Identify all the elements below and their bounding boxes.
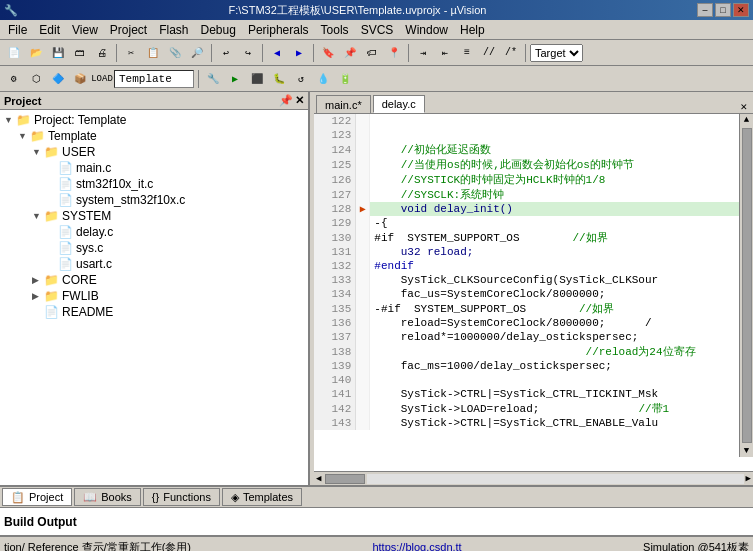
tree-item[interactable]: 📄stm32f10x_it.c — [0, 176, 308, 192]
menu-item-file[interactable]: File — [2, 21, 33, 39]
tree-item[interactable]: 📄sys.c — [0, 240, 308, 256]
tb2-debug[interactable]: 🐛 — [269, 69, 289, 89]
vertical-scrollbar[interactable]: ▲ ▼ — [739, 114, 753, 457]
horizontal-scrollbar[interactable]: ◀ ▶ — [314, 471, 753, 485]
tree-item[interactable]: 📄delay.c — [0, 224, 308, 240]
fwd-btn[interactable]: ▶ — [289, 43, 309, 63]
editor-tab-delay-c[interactable]: delay.c — [373, 95, 425, 113]
scroll-up-btn[interactable]: ▲ — [743, 114, 750, 126]
tb2-s6[interactable]: 🔋 — [335, 69, 355, 89]
tree-item[interactable]: 📄system_stm32f10x.c — [0, 192, 308, 208]
line-code[interactable]: //SYSCLK:系统时钟 — [370, 187, 753, 202]
line-code[interactable]: void delay_init() — [370, 202, 753, 216]
panel-pin-icon[interactable]: 📌 — [279, 94, 293, 107]
line-code[interactable]: reload=SystemCoreClock/8000000; / — [370, 316, 753, 330]
scroll-down-btn[interactable]: ▼ — [743, 445, 750, 457]
open-btn[interactable]: 📂 — [26, 43, 46, 63]
scroll-thumb[interactable] — [742, 128, 752, 443]
line-code[interactable]: //初始化延迟函数 — [370, 142, 753, 157]
tree-item[interactable]: ▼📁Project: Template — [0, 112, 308, 128]
tree-expand-btn[interactable]: ▶ — [32, 291, 44, 301]
menu-item-flash[interactable]: Flash — [153, 21, 194, 39]
tb8[interactable]: 🔎 — [187, 43, 207, 63]
menu-item-view[interactable]: View — [66, 21, 104, 39]
code-area[interactable]: 122123124 //初始化延迟函数125 //当使用os的时候,此画数会初始… — [314, 114, 753, 471]
tree-item[interactable]: ▶📁FWLIB — [0, 288, 308, 304]
unindent-btn[interactable]: ⇤ — [435, 43, 455, 63]
line-code[interactable]: u32 reload; — [370, 245, 753, 259]
editor-tab-main-c-[interactable]: main.c* — [316, 95, 371, 113]
hscroll-thumb[interactable] — [325, 474, 365, 484]
tb2-stop[interactable]: ⬛ — [247, 69, 267, 89]
hscroll-right-btn[interactable]: ▶ — [744, 473, 753, 484]
bookmark-btn[interactable]: 🔖 — [318, 43, 338, 63]
menu-item-window[interactable]: Window — [399, 21, 454, 39]
line-code[interactable]: //当使用os的时候,此画数会初始化os的时钟节 — [370, 157, 753, 172]
tree-expand-btn[interactable]: ▼ — [32, 211, 44, 221]
save-all-btn[interactable]: 🗃 — [70, 43, 90, 63]
undo-btn[interactable]: ↩ — [216, 43, 236, 63]
line-code[interactable]: #endif — [370, 259, 753, 273]
tree-item[interactable]: 📄main.c — [0, 160, 308, 176]
new-btn[interactable]: 📄 — [4, 43, 24, 63]
line-code[interactable] — [370, 373, 753, 387]
line-code[interactable]: SysTick->LOAD=reload; //带1 — [370, 401, 753, 416]
redo-btn[interactable]: ↪ — [238, 43, 258, 63]
line-code[interactable] — [370, 114, 753, 128]
tree-item[interactable]: ▼📁SYSTEM — [0, 208, 308, 224]
panel-close-icon[interactable]: ✕ — [295, 94, 304, 107]
code-scroll[interactable]: 122123124 //初始化延迟函数125 //当使用os的时候,此画数会初始… — [314, 114, 753, 471]
line-code[interactable]: -#if SYSTEM_SUPPORT_OS //如界 — [370, 301, 753, 316]
tb2-1[interactable]: ⚙ — [4, 69, 24, 89]
target-select[interactable]: Target — [530, 44, 583, 62]
menu-item-peripherals[interactable]: Peripherals — [242, 21, 315, 39]
line-code[interactable]: //SYSTICK的时钟固定为HCLK时钟的1/8 — [370, 172, 753, 187]
tb-cmt[interactable]: // — [479, 43, 499, 63]
bottom-tab-project[interactable]: 📋Project — [2, 488, 72, 506]
cut-btn[interactable]: ✂ — [121, 43, 141, 63]
menu-item-edit[interactable]: Edit — [33, 21, 66, 39]
line-code[interactable]: #if SYSTEM_SUPPORT_OS //如界 — [370, 230, 753, 245]
back-btn[interactable]: ◀ — [267, 43, 287, 63]
bottom-tab-books[interactable]: 📖Books — [74, 488, 141, 506]
copy-btn[interactable]: 📋 — [143, 43, 163, 63]
tree-expand-btn[interactable]: ▼ — [32, 147, 44, 157]
line-code[interactable]: SysTick->CTRL|=SysTick_CTRL_TICKINT_Msk — [370, 387, 753, 401]
line-code[interactable]: fac_us=SystemCoreClock/8000000; — [370, 287, 753, 301]
editor-close-button[interactable]: ✕ — [736, 100, 751, 113]
tb2-3[interactable]: 🔷 — [48, 69, 68, 89]
tb-fmt[interactable]: ≡ — [457, 43, 477, 63]
line-code[interactable]: //reload为24位寄存 — [370, 344, 753, 359]
tree-item[interactable]: ▼📁Template — [0, 128, 308, 144]
tree-expand-btn[interactable]: ▶ — [32, 275, 44, 285]
bottom-tab-templates[interactable]: ◈Templates — [222, 488, 302, 506]
line-code[interactable]: SysTick->CTRL|=SysTick_CTRL_ENABLE_Valu — [370, 416, 753, 430]
save-btn[interactable]: 💾 — [48, 43, 68, 63]
tree-item[interactable]: 📄usart.c — [0, 256, 308, 272]
tb2-load[interactable]: LOAD — [92, 69, 112, 89]
bookmark2-btn[interactable]: 📌 — [340, 43, 360, 63]
tb-uncmt[interactable]: /* — [501, 43, 521, 63]
menu-item-tools[interactable]: Tools — [315, 21, 355, 39]
bottom-tab-functions[interactable]: {}Functions — [143, 488, 220, 506]
tree-item[interactable]: ▼📁USER — [0, 144, 308, 160]
indent-btn[interactable]: ⇥ — [413, 43, 433, 63]
tb2-4[interactable]: 📦 — [70, 69, 90, 89]
minimize-button[interactable]: – — [697, 3, 713, 17]
menu-item-project[interactable]: Project — [104, 21, 153, 39]
line-code[interactable]: -{ — [370, 216, 753, 230]
bookmark3-btn[interactable]: 🏷 — [362, 43, 382, 63]
maximize-button[interactable]: □ — [715, 3, 731, 17]
line-code[interactable] — [370, 128, 753, 142]
hscroll-left-btn[interactable]: ◀ — [314, 473, 323, 484]
bookmark4-btn[interactable]: 📍 — [384, 43, 404, 63]
tb2-reset[interactable]: ↺ — [291, 69, 311, 89]
paste-btn[interactable]: 📎 — [165, 43, 185, 63]
close-button[interactable]: ✕ — [733, 3, 749, 17]
line-code[interactable]: reload*=1000000/delay_ostickspersec; — [370, 330, 753, 344]
line-code[interactable]: SysTick_CLKSourceConfig(SysTick_CLKSour — [370, 273, 753, 287]
hscroll-track[interactable] — [367, 474, 743, 484]
tree-item[interactable]: 📄README — [0, 304, 308, 320]
tb2-build[interactable]: 🔧 — [203, 69, 223, 89]
menu-item-help[interactable]: Help — [454, 21, 491, 39]
